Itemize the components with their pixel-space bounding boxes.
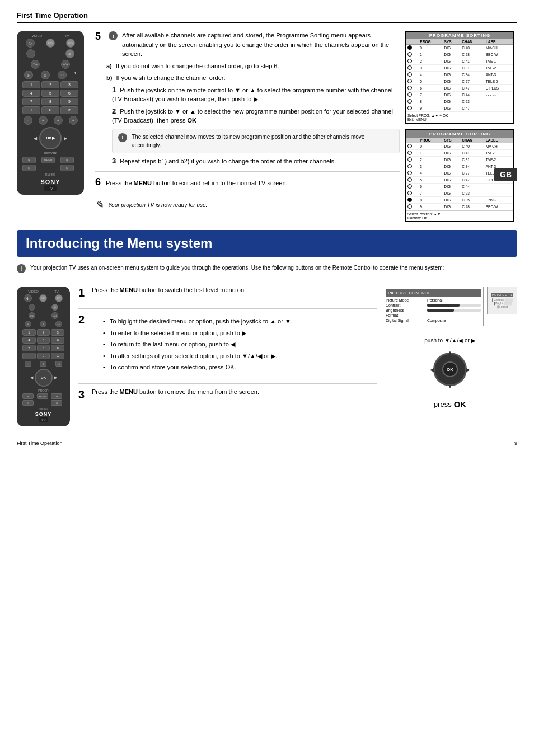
right-arrow: ▶ xyxy=(466,367,470,373)
table-row: 7 DIG C 44 - - - - - xyxy=(406,92,513,98)
remote-func-3: ⊕ xyxy=(54,116,63,125)
remote-func-1: ↑ xyxy=(24,116,32,125)
small-b7: ○/○ xyxy=(55,321,62,327)
sbot-1: ⊞ xyxy=(22,393,34,399)
sub-b-label: b) xyxy=(106,74,112,81)
page: First Time Operation VIDEO TV ⏻ I/O I/O … xyxy=(0,0,534,756)
list-item: To enter to the selected menu or option,… xyxy=(103,328,293,338)
small-b2: ⊕ xyxy=(51,304,58,311)
note-text: Your projection TV is now ready for use. xyxy=(108,202,207,208)
remote-small-labels: VIDEO TV xyxy=(20,290,67,293)
list-item: To higlight the desired menu or option, … xyxy=(103,317,293,326)
gb-badge: GB xyxy=(494,168,517,181)
table-row: 4 DIG C 34 ANT-3 xyxy=(406,72,513,78)
col-label1: LABEL xyxy=(485,39,513,45)
sbot-3: ⊡ xyxy=(22,400,34,406)
remote-func-2: ⊕ xyxy=(39,116,48,125)
small-joystick-area: ◀ OK ▶ xyxy=(20,369,67,387)
bottom-btn-3: ⊡ xyxy=(22,165,36,171)
bottom-steps-content: 1 Press the MENU button to switch the fi… xyxy=(78,287,377,426)
remote-io-right: I/O xyxy=(66,39,75,48)
s2-step1-text: Press the MENU button to switch the firs… xyxy=(92,287,246,293)
list-item: To alter settings of your selected optio… xyxy=(103,351,293,361)
remote-bottom-btns: ⊞ MENU ⊞ ⊡ ⊡ xyxy=(20,157,81,171)
prog-table1-data: PROG SYS CHAN LABEL 0 DIG C 40 MV-CH 1 D… xyxy=(406,39,513,112)
section-title: First Time Operation xyxy=(17,11,517,23)
table-row: 9 DIG C 28 BBC-W xyxy=(406,204,513,210)
bottom-btn-1: ⊞ xyxy=(22,157,36,163)
remote-small-r2: ⊕ xyxy=(20,304,67,311)
left-arrow: ◀ xyxy=(430,367,434,373)
num-circle: ⟳ xyxy=(60,106,78,114)
col-chan2: CHAN xyxy=(461,138,484,143)
small-func-row: ↑ ⊕ ⊕ xyxy=(20,361,67,367)
remote-small-top: ⏻ I/O I/O xyxy=(20,294,67,302)
picture-control-area: PICTURE CONTROL Picture Mode Personal Co… xyxy=(383,287,517,326)
sbot-4: ⊡ xyxy=(51,400,62,406)
small-tv: TV xyxy=(39,417,48,422)
snum-6: 6 xyxy=(51,337,64,344)
joystick-circle: OK xyxy=(433,353,467,386)
table-row: 5 DIG C 27 TELE 5 xyxy=(406,78,513,85)
pc-title: PICTURE CONTROL xyxy=(386,289,481,297)
press-ok-bold: OK xyxy=(454,400,467,409)
joystick-visual: OK ▲ ▼ ◀ ▶ xyxy=(428,347,472,392)
remote-btn-d: ⊕/⊕ xyxy=(61,60,70,69)
substep2-block: 2 Push the joystick to ▼ or ▲ to select … xyxy=(112,107,400,125)
table-row: 7 DIG C 23 - - - - - xyxy=(406,190,513,197)
remote-func-row: ↑ ⊕ ⊕ ⊕ xyxy=(20,116,81,125)
small-joystick: OK xyxy=(35,369,53,387)
substep2-text: Push the joystick to ▼ or ▲ to select th… xyxy=(112,108,393,124)
table-row: 6 DIG C 44 - - - - - xyxy=(406,184,513,190)
page-footer: First Time Operation 9 xyxy=(17,438,517,446)
small-b5: ⊕ xyxy=(25,321,31,327)
page-number: 9 xyxy=(514,440,517,446)
small-ok: OK xyxy=(41,376,46,379)
step6-text: Press the xyxy=(106,180,132,186)
table-row: 2 DIG C 41 TVE-1 xyxy=(406,58,513,65)
num-6: 6 xyxy=(60,90,78,97)
num-4: 4 xyxy=(22,90,40,97)
remote-func-4: ⊕ xyxy=(69,116,78,125)
small-model: RML-883 xyxy=(20,407,67,410)
remote-small-body: VIDEO TV ⏻ I/O I/O ⊕ 2/⊕ ⊕/⊕ ⊕ xyxy=(17,287,70,426)
remote-btn-c: 2/⊕ xyxy=(31,60,40,69)
brightness-bar xyxy=(427,309,481,312)
sorting-tables: PROGRAMME SORTING PROG SYS CHAN LABEL xyxy=(405,31,517,222)
remote-labels: VIDEO TV xyxy=(20,34,81,37)
footer-text: First Time Operation xyxy=(17,440,63,446)
intro-row: i Your projection TV uses an on-screen m… xyxy=(17,264,517,279)
table-row: 1 DIG C 41 TVE-1 xyxy=(406,150,513,157)
pc-row-4: Format xyxy=(386,313,481,317)
table-row: 8 DIG C 35 CNN - xyxy=(406,197,513,204)
small-b4: ⊕/⊕ xyxy=(51,312,58,319)
small-b1 xyxy=(29,304,35,311)
joystick-ok-label: OK▶ xyxy=(46,136,55,140)
push-text: push to ▼/▲/◀ or ▶ xyxy=(424,337,475,344)
sub-b-text: If you wish to change the channel order: xyxy=(116,74,225,81)
step6-number: 6 xyxy=(95,176,101,187)
press-ok-row: press OK xyxy=(434,400,466,409)
table-row: 3 DIG C 31 TVE-2 xyxy=(406,65,513,72)
snum-4: 4 xyxy=(22,337,36,344)
info-note-text: The selected channel now moves to its ne… xyxy=(132,133,394,149)
list-item: To confirm and store your selection, pre… xyxy=(103,363,293,372)
small-bottom-btns: ⊞ MENU ⊞ ⊡ ⊡ xyxy=(20,393,67,406)
table-row: 0 DIG C 40 MV-CH xyxy=(406,45,513,51)
num-2: 2 xyxy=(41,81,59,88)
sbot-2: ⊞ xyxy=(51,393,62,399)
step6-block: 6 Press the MENU button to exit and retu… xyxy=(95,176,400,188)
small-progr: PROGR xyxy=(20,389,67,392)
pc-row-3: Brightness xyxy=(386,308,481,312)
contrast-bar xyxy=(427,304,481,307)
snum-9: 9 xyxy=(51,345,64,351)
s2-step2-block: 2 To higlight the desired menu or option… xyxy=(78,313,377,374)
s2-step3-block: 3 Press the MENU button to remove the me… xyxy=(78,388,377,401)
info-note-box: i The selected channel now moves to its … xyxy=(112,129,400,153)
table-row: 1 DIG C 28 BBC-W xyxy=(406,51,513,58)
prog-table2-title: PROGRAMME SORTING xyxy=(406,130,513,138)
col-indicator xyxy=(406,39,419,45)
step5-sub-a: a) If you do not wish to change the chan… xyxy=(106,62,400,71)
col-sys2: SYS xyxy=(443,138,461,143)
up-arrow: ▲ xyxy=(447,349,453,355)
